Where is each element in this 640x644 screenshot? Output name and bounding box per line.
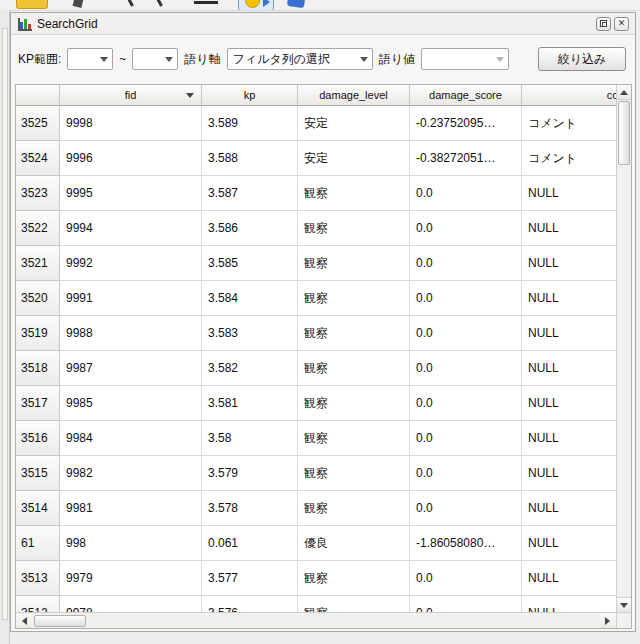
cell-comment[interactable]: コメント [522,141,616,176]
cell-damage-level[interactable]: 観察 [298,456,410,491]
column-header-comment[interactable]: comment [522,85,616,106]
row-header-cell[interactable]: 3514 [16,491,60,526]
scroll-up-button[interactable] [617,85,631,100]
cell-damage-score[interactable]: 0.0 [410,351,522,386]
row-header-cell[interactable]: 3522 [16,211,60,246]
cell-damage-level[interactable]: 安定 [298,141,410,176]
cell-damage-score[interactable]: 0.0 [410,316,522,351]
cell-damage-score[interactable]: 0.0 [410,491,522,526]
float-button[interactable] [596,17,611,31]
cell-fid[interactable]: 998 [60,526,202,561]
cell-damage-level[interactable]: 観察 [298,596,410,612]
row-header-cell[interactable]: 3518 [16,351,60,386]
row-header-cell[interactable]: 3521 [16,246,60,281]
cell-damage-score[interactable]: 0.0 [410,386,522,421]
row-header-cell[interactable]: 3513 [16,561,60,596]
cell-fid[interactable]: 9996 [60,141,202,176]
scroll-right-button[interactable] [600,614,615,628]
cell-fid[interactable]: 9992 [60,246,202,281]
horizontal-scrollbar[interactable] [16,612,616,628]
row-header-cell[interactable]: 3525 [16,106,60,141]
cell-fid[interactable]: 9978 [60,596,202,612]
cell-kp[interactable]: 3.582 [202,351,298,386]
blue-tool-icon[interactable] [287,0,306,8]
horizontal-scroll-thumb[interactable] [34,615,86,627]
cell-comment[interactable]: NULL [522,456,616,491]
row-header-cell[interactable]: 3520 [16,281,60,316]
column-header-damage-level[interactable]: damage_level [298,85,410,106]
cell-kp[interactable]: 3.587 [202,176,298,211]
cell-fid[interactable]: 9985 [60,386,202,421]
cell-damage-level[interactable]: 優良 [298,526,410,561]
cell-damage-level[interactable]: 観察 [298,491,410,526]
cell-damage-level[interactable]: 観察 [298,421,410,456]
cell-damage-level[interactable]: 観察 [298,561,410,596]
kp-to-combobox[interactable] [132,48,178,70]
cell-comment[interactable]: NULL [522,211,616,246]
cell-comment[interactable]: NULL [522,281,616,316]
cell-fid[interactable]: 9994 [60,211,202,246]
left-splitter[interactable] [0,10,10,644]
column-header-kp[interactable]: kp [202,85,298,106]
row-header-cell[interactable]: 61 [16,526,60,561]
cell-damage-level[interactable]: 観察 [298,246,410,281]
cell-fid[interactable]: 9981 [60,491,202,526]
cell-fid[interactable]: 9988 [60,316,202,351]
row-header-cell[interactable]: 3516 [16,421,60,456]
cell-fid[interactable]: 9995 [60,176,202,211]
cell-comment[interactable]: NULL [522,561,616,596]
cell-comment[interactable]: NULL [522,421,616,456]
cell-fid[interactable]: 9982 [60,456,202,491]
cursor-icon-2[interactable] [152,0,163,7]
row-header-cell[interactable]: 3512 [16,596,60,612]
scroll-left-button[interactable] [17,614,32,628]
vertical-scroll-thumb[interactable] [618,101,630,165]
cell-comment[interactable]: NULL [522,351,616,386]
cell-damage-level[interactable]: 観察 [298,351,410,386]
cell-kp[interactable]: 0.061 [202,526,298,561]
cell-fid[interactable]: 9984 [60,421,202,456]
cell-kp[interactable]: 3.577 [202,561,298,596]
cell-damage-level[interactable]: 安定 [298,106,410,141]
filter-column-combobox[interactable]: フィルタ列の選択 [227,48,373,70]
cell-comment[interactable]: NULL [522,176,616,211]
refresh-button-icon[interactable] [238,0,274,11]
column-header-damage-score[interactable]: damage_score [410,85,522,106]
cell-comment[interactable]: NULL [522,491,616,526]
cell-kp[interactable]: 3.579 [202,456,298,491]
cell-fid[interactable]: 9998 [60,106,202,141]
cell-damage-score[interactable]: 0.0 [410,246,522,281]
cell-damage-level[interactable]: 観察 [298,176,410,211]
cell-comment[interactable]: NULL [522,526,616,561]
tool-icon[interactable] [73,0,85,8]
cell-fid[interactable]: 9979 [60,561,202,596]
row-header-cell[interactable]: 3519 [16,316,60,351]
corner-header-cell[interactable] [16,85,60,106]
cell-comment[interactable]: NULL [522,596,616,612]
row-header-cell[interactable]: 3523 [16,176,60,211]
cell-damage-score[interactable]: -1.86058080… [410,526,522,561]
cell-damage-score[interactable]: 0.0 [410,176,522,211]
cell-damage-level[interactable]: 観察 [298,386,410,421]
column-header-fid[interactable]: fid [60,85,202,106]
cell-comment[interactable]: NULL [522,316,616,351]
vertical-scrollbar[interactable] [616,85,631,612]
filter-value-combobox[interactable] [421,48,509,70]
close-button[interactable]: ✕ [614,17,629,31]
cell-kp[interactable]: 3.581 [202,386,298,421]
cell-damage-score[interactable]: 0.0 [410,281,522,316]
splitter-handle[interactable] [2,28,8,620]
cell-damage-score[interactable]: 0.0 [410,456,522,491]
cell-kp[interactable]: 3.588 [202,141,298,176]
cell-comment[interactable]: コメント [522,106,616,141]
cell-kp[interactable]: 3.586 [202,211,298,246]
lines-icon[interactable] [194,1,218,4]
cell-kp[interactable]: 3.58 [202,421,298,456]
row-header-cell[interactable]: 3515 [16,456,60,491]
cell-damage-score[interactable]: -0.38272051… [410,141,522,176]
cursor-icon[interactable] [123,0,134,7]
panel-titlebar[interactable]: SearchGrid ✕ [11,13,635,35]
cell-kp[interactable]: 3.584 [202,281,298,316]
cell-kp[interactable]: 3.583 [202,316,298,351]
cell-kp[interactable]: 3.589 [202,106,298,141]
